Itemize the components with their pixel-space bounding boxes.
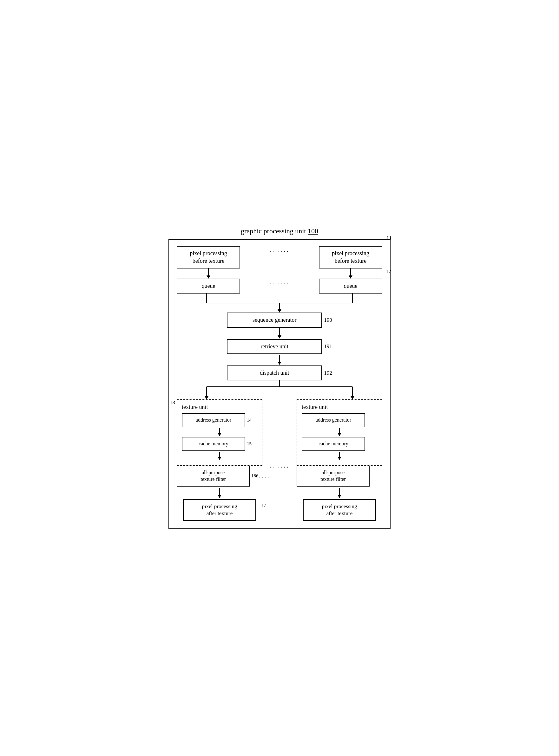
arrowhead-ru-du <box>277 362 282 365</box>
arrowhead-sg-ru <box>277 335 282 338</box>
arrowhead-ag-cm-right <box>338 433 341 436</box>
dots-queue-label: ....... <box>267 279 293 286</box>
queue-left-col: queue <box>177 279 240 293</box>
line-cm-tf-right <box>339 452 340 457</box>
title-ref: 100 <box>308 227 318 235</box>
cache-memory-left: cache memory <box>182 437 245 451</box>
queue-left: queue <box>177 279 240 293</box>
address-gen-left: address generator <box>182 413 245 427</box>
arrowhead-ag-cm-left <box>218 433 221 436</box>
dots-bottom-label: ....... <box>270 462 290 469</box>
arrow-left-1 <box>177 268 240 279</box>
line-ag-cm-right <box>339 428 340 433</box>
diagram-title: graphic processing unit 100 <box>169 227 390 235</box>
dots-filter-label: ....... <box>256 472 276 479</box>
arrow-sg-to-ru <box>277 328 282 338</box>
line-ru-du <box>279 355 280 362</box>
cache-mem-left-row: cache memory 15 <box>182 437 257 451</box>
left-pixel-before-col: pixel processingbefore texture <box>177 246 240 268</box>
ref-12-label: 12 <box>386 268 391 275</box>
ref-190-label: 190 <box>324 317 332 323</box>
arrowhead-tf-pa-right <box>338 495 341 498</box>
dots-queue: ....... <box>240 279 319 286</box>
cache-memory-right: cache memory <box>302 437 365 451</box>
ref-192-label: 192 <box>324 370 332 376</box>
arrow-cm-tf-right <box>302 452 377 460</box>
pixel-before-right: pixel processingbefore texture <box>319 246 382 268</box>
arrow-ag-cm-right <box>302 428 377 436</box>
texture-unit-right: texture unit address generator cache m <box>297 399 382 466</box>
diverge-svg <box>175 380 384 399</box>
pixel-before-left: pixel processingbefore texture <box>177 246 240 268</box>
retrieve-unit: retrieve unit <box>227 339 322 354</box>
arrowhead-cm-tf-right <box>338 457 341 460</box>
texture-units-row: 13 texture unit address generator 14 <box>177 399 382 520</box>
texture-filter-right-row: all-purposetexture filter <box>297 466 382 487</box>
pixel-after-left: pixel processingafter texture <box>183 499 256 521</box>
ref-11-label: 11 <box>386 235 392 242</box>
arrow-tf-pa-left <box>218 488 221 498</box>
texture-unit-left-label: texture unit <box>182 404 257 410</box>
texture-unit-left: texture unit address generator 14 <box>177 399 262 466</box>
queue-right-col: queue <box>319 279 382 293</box>
texture-unit-right-label: texture unit <box>302 404 377 410</box>
retrieve-unit-row: retrieve unit 191 <box>227 339 332 354</box>
arrow-v-left-1 <box>206 268 210 279</box>
top-row: pixel processingbefore texture ....... p… <box>177 246 382 268</box>
left-texture-col: 13 texture unit address generator 14 <box>177 399 262 520</box>
line-tf-pa-right <box>339 488 340 495</box>
pixel-after-right: pixel processingafter texture <box>303 499 376 521</box>
title-text: graphic processing unit <box>241 227 308 235</box>
arrow-tf-pa-right <box>338 488 341 498</box>
dispatch-unit-row: dispatch unit 192 <box>227 365 332 380</box>
address-gen-right: address generator <box>302 413 365 427</box>
flow-container: pixel processingbefore texture ....... p… <box>177 246 382 521</box>
dots-top-label: ....... <box>267 246 293 253</box>
arrow-v-right-1 <box>349 268 353 279</box>
ref-17-label: 17 <box>261 502 266 509</box>
dots-top: ....... <box>240 246 319 253</box>
addr-gen-right-row: address generator <box>302 413 377 427</box>
sequence-generator: sequence generator <box>227 312 322 327</box>
arrowhead-left-1 <box>206 276 210 279</box>
line-cm-tf-left <box>219 452 220 457</box>
texture-filter-left-row: all-purposetexture filter 186 ....... <box>177 466 262 487</box>
line-right-1 <box>350 268 351 276</box>
texture-filter-left: all-purposetexture filter <box>177 466 250 487</box>
cache-mem-right-row: cache memory <box>302 437 377 451</box>
arrow-cm-tf-left <box>182 452 257 460</box>
ref-13-label: 13 <box>170 399 175 406</box>
diagram-wrapper: graphic processing unit 100 11 pixel pro… <box>169 227 390 529</box>
right-texture-col: texture unit address generator cache m <box>297 399 382 520</box>
arrowhead-tf-pa-left <box>218 495 221 498</box>
ref-191-label: 191 <box>324 343 332 350</box>
arrowhead-cm-tf-left <box>218 457 221 460</box>
pixel-after-right-row: pixel processingafter texture <box>303 499 376 521</box>
arrow-ru-to-du <box>277 355 282 365</box>
pixel-after-left-container: 17 pixel processingafter texture <box>183 499 256 521</box>
queue-row: queue ....... queue <box>177 279 382 293</box>
texture-filter-right: all-purposetexture filter <box>297 466 370 487</box>
arrow-right-1: 12 <box>319 268 382 279</box>
arrow-row-1: 12 <box>177 268 382 279</box>
line-ag-cm-left <box>219 428 220 433</box>
addr-gen-left-row: address generator 14 <box>182 413 257 427</box>
ref-15-label: 15 <box>247 441 251 447</box>
ref-14-label: 14 <box>247 418 251 423</box>
outer-box: 11 pixel processingbefore texture ......… <box>169 239 390 529</box>
dispatch-unit: dispatch unit <box>227 365 322 380</box>
seq-gen-row: sequence generator 190 <box>227 312 332 327</box>
converge-svg <box>175 293 384 312</box>
arrow-diverge-right <box>351 396 354 399</box>
arrow-ag-cm-left <box>182 428 257 436</box>
line-left-1 <box>208 268 209 276</box>
arrow-converge <box>277 309 282 312</box>
right-pixel-before-col: pixel processingbefore texture <box>319 246 382 268</box>
line-tf-pa-left <box>219 488 220 495</box>
arrow-diverge-left <box>205 396 208 399</box>
arrowhead-right-1 <box>349 276 353 279</box>
line-sg-ru <box>279 328 280 335</box>
queue-right: queue <box>319 279 382 293</box>
mid-dots-col <box>262 399 297 507</box>
